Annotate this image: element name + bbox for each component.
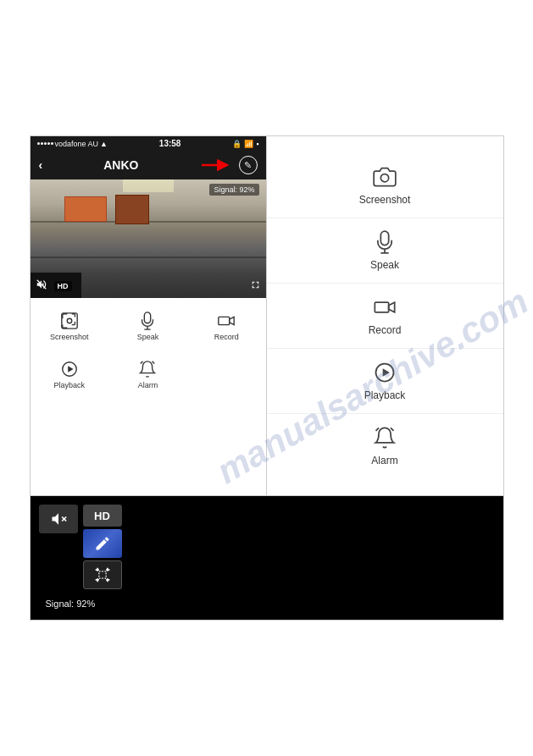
- camera-title: ANKO: [103, 158, 138, 172]
- empty-cell: [187, 355, 266, 395]
- svg-line-14: [376, 428, 380, 431]
- hd-badge[interactable]: HD: [54, 281, 72, 291]
- wifi-icon: ▲: [100, 140, 108, 148]
- phone-panel: vodafone AU ▲ 13:58 🔒 📶 ▪ ‹ ANKO: [31, 136, 267, 495]
- main-container: vodafone AU ▲ 13:58 🔒 📶 ▪ ‹ ANKO: [30, 135, 504, 621]
- signal-icon: 📶: [244, 140, 253, 148]
- carrier-text: vodafone AU: [55, 140, 99, 148]
- right-alarm-label: Alarm: [371, 455, 397, 466]
- phone-icon-speak[interactable]: Speak: [108, 306, 187, 346]
- top-section: vodafone AU ▲ 13:58 🔒 📶 ▪ ‹ ANKO: [31, 136, 503, 496]
- signal-badge: Signal: 92%: [209, 184, 258, 196]
- screenshot-label: Screenshot: [50, 333, 89, 341]
- right-record-label: Record: [369, 324, 402, 336]
- phone-icons-row1: Screenshot Speak: [31, 298, 266, 355]
- status-left: vodafone AU ▲: [37, 140, 108, 148]
- right-panel-speak[interactable]: Speak: [267, 218, 503, 284]
- camera-bottom-controls: HD: [36, 279, 72, 293]
- phone-icon-screenshot[interactable]: Screenshot: [31, 306, 109, 346]
- signal-text: Signal: 92%: [214, 185, 254, 194]
- bottom-edit-box[interactable]: [83, 529, 122, 558]
- edit-icon-button[interactable]: ✎: [239, 156, 258, 174]
- signal-dots: [37, 142, 53, 145]
- svg-line-15: [391, 428, 394, 431]
- phone-icon-record[interactable]: Record: [187, 306, 266, 346]
- camera-view: Signal: 92% HD: [31, 179, 266, 298]
- ceiling-light: [123, 179, 174, 192]
- speak-label: Speak: [137, 333, 159, 341]
- right-panel-playback[interactable]: Playback: [267, 349, 503, 414]
- status-bar: vodafone AU ▲ 13:58 🔒 📶 ▪: [31, 136, 266, 151]
- right-speak-label: Speak: [370, 259, 399, 271]
- back-button[interactable]: ‹: [39, 158, 43, 172]
- battery-icon: ▪: [256, 140, 258, 148]
- bottom-mute-box[interactable]: [39, 505, 78, 533]
- right-playback-label: Playback: [364, 389, 406, 401]
- svg-rect-11: [375, 302, 388, 312]
- phone-icons-row2: Playback Alarm: [31, 355, 266, 403]
- right-panel-screenshot[interactable]: Screenshot: [267, 153, 503, 218]
- phone-header: ‹ ANKO: [31, 151, 266, 179]
- svg-rect-5: [219, 317, 230, 324]
- shelf-line-2: [31, 257, 266, 258]
- bottom-signal-text: Signal: 92%: [39, 593, 495, 611]
- right-panel-record[interactable]: Record: [267, 284, 503, 349]
- right-screenshot-label: Screenshot: [359, 194, 411, 206]
- signal-display: Signal: 92%: [39, 596, 103, 611]
- mute-button[interactable]: [36, 279, 47, 293]
- box-2: [115, 195, 149, 224]
- lock-icon: 🔒: [232, 140, 242, 148]
- record-label: Record: [214, 333, 239, 341]
- phone-icon-playback[interactable]: Playback: [31, 355, 109, 395]
- status-right: 🔒 📶 ▪: [232, 140, 258, 148]
- svg-marker-7: [68, 366, 73, 372]
- svg-line-9: [153, 361, 155, 364]
- phone-icon-alarm[interactable]: Alarm: [108, 355, 187, 395]
- bottom-hd-box[interactable]: HD: [83, 505, 122, 527]
- bottom-section: HD: [31, 496, 503, 620]
- time-display: 13:58: [159, 139, 181, 148]
- pencil-icon: ✎: [244, 160, 252, 171]
- svg-point-3: [67, 318, 72, 323]
- svg-line-8: [141, 361, 143, 364]
- alarm-label: Alarm: [138, 381, 158, 389]
- svg-point-10: [380, 174, 388, 182]
- bottom-crop-box[interactable]: [83, 560, 122, 589]
- red-arrow: [200, 157, 234, 173]
- box-1: [64, 196, 107, 222]
- right-panel-alarm[interactable]: Alarm: [267, 414, 503, 478]
- hd-label: HD: [94, 510, 110, 522]
- fullscreen-button[interactable]: [250, 279, 261, 293]
- playback-label: Playback: [54, 381, 86, 389]
- svg-rect-18: [98, 571, 105, 578]
- right-panel: Screenshot Speak Record: [267, 136, 503, 495]
- svg-marker-13: [383, 368, 390, 376]
